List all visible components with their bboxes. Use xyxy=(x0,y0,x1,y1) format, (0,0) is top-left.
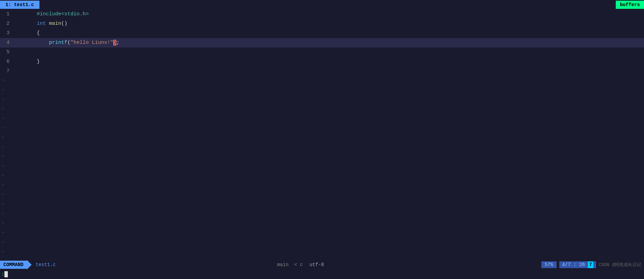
line-number-2: 2 xyxy=(0,19,10,29)
tilde-6: ~ xyxy=(0,124,644,133)
tilde-char-19: ~ xyxy=(0,247,4,257)
line-number-4: 4 xyxy=(0,38,10,48)
status-watermark: CSDN @阿然成长日记 xyxy=(599,262,644,268)
status-branch: main < c xyxy=(277,262,303,267)
tilde-char-5: ~ xyxy=(0,114,4,124)
code-line-2: 2 int main() xyxy=(0,19,644,29)
command-cursor[interactable] xyxy=(4,271,8,277)
editor-area: 1 #include<stdio.h> 2 int main() 3 { 4 p… xyxy=(0,10,644,260)
code-line-6: 6 } xyxy=(0,57,644,67)
status-filename: test1.c xyxy=(32,262,60,267)
command-line: : xyxy=(0,269,644,279)
tilde-char-10: ~ xyxy=(0,162,4,171)
tilde-char-3: ~ xyxy=(0,95,4,105)
token-funcname: main xyxy=(49,21,61,27)
buffers-badge[interactable]: buffers xyxy=(616,1,644,9)
tilde-3: ~ xyxy=(0,95,644,105)
line-number-5: 5 xyxy=(0,48,10,57)
token-printf: printf xyxy=(49,40,67,46)
tilde-char-1: ~ xyxy=(0,76,4,86)
tilde-char-11: ~ xyxy=(0,171,4,181)
code-line-7: 7 xyxy=(0,67,644,76)
tilde-char-8: ~ xyxy=(0,143,4,152)
tilde-char-16: ~ xyxy=(0,219,4,228)
line-number-3: 3 xyxy=(0,29,10,38)
token-indent xyxy=(37,40,49,46)
tilde-9: ~ xyxy=(0,152,644,162)
tilde-15: ~ xyxy=(0,209,644,219)
tilde-2: ~ xyxy=(0,86,644,95)
status-pos-text: 4/7 : 26 xyxy=(562,262,585,267)
token-semi: ; xyxy=(116,40,119,46)
line-number-7: 7 xyxy=(0,67,10,76)
token-brace-close: } xyxy=(37,59,40,65)
tab-bar: 1: test1.c buffers xyxy=(0,0,644,10)
status-percent: 57% xyxy=(541,261,557,268)
tilde-12: ~ xyxy=(0,181,644,190)
tilde-16: ~ xyxy=(0,219,644,228)
tilde-char-14: ~ xyxy=(0,200,4,209)
tilde-5: ~ xyxy=(0,114,644,124)
tilde-char-6: ~ xyxy=(0,124,4,133)
active-tab[interactable]: 1: test1.c xyxy=(0,1,39,9)
token-paren: () xyxy=(61,21,67,27)
token-open-paren: ( xyxy=(67,40,70,46)
tilde-19: ~ xyxy=(0,247,644,257)
tilde-11: ~ xyxy=(0,171,644,181)
status-branch-sep: < c xyxy=(294,262,303,267)
status-position: 4/7 : 26 7 xyxy=(559,261,596,268)
tilde-18: ~ xyxy=(0,238,644,247)
tilde-14: ~ xyxy=(0,200,644,209)
tilde-char-4: ~ xyxy=(0,105,4,114)
token-string: "hello Liunx!" xyxy=(70,40,113,46)
status-branch-name: main xyxy=(277,262,288,267)
status-right: 57% 4/7 : 26 7 CSDN @阿然成长日记 xyxy=(541,261,644,268)
tilde-20: ~ xyxy=(0,257,644,260)
tilde-char-18: ~ xyxy=(0,238,4,247)
status-mode-arrow xyxy=(27,260,32,269)
tilde-char-17: ~ xyxy=(0,228,4,238)
line-number-1: 1 xyxy=(0,10,10,19)
status-mode: COMMAND xyxy=(0,261,27,269)
tilde-10: ~ xyxy=(0,162,644,171)
tilde-17: ~ xyxy=(0,228,644,238)
line-content-6: } xyxy=(12,48,40,76)
tilde-char-12: ~ xyxy=(0,181,4,190)
tilde-1: ~ xyxy=(0,76,644,86)
tilde-char-9: ~ xyxy=(0,152,4,162)
tilde-char-7: ~ xyxy=(0,133,4,143)
status-center: main < c utf-8 xyxy=(60,262,541,267)
tilde-13: ~ xyxy=(0,190,644,200)
status-col: 7 xyxy=(588,261,593,268)
tilde-7: ~ xyxy=(0,133,644,143)
token-cursor-paren: ) xyxy=(113,40,116,46)
code-line-1: 1 #include<stdio.h> xyxy=(0,10,644,19)
tilde-char-2: ~ xyxy=(0,86,4,95)
code-content: 1 #include<stdio.h> 2 int main() 3 { 4 p… xyxy=(0,10,644,260)
line-number-6: 6 xyxy=(0,57,10,67)
tilde-char-13: ~ xyxy=(0,190,4,200)
status-bar: COMMAND test1.c main < c utf-8 57% 4/7 :… xyxy=(0,260,644,269)
tilde-char-20: ~ xyxy=(0,257,4,260)
tilde-char-15: ~ xyxy=(0,209,4,219)
status-encoding: utf-8 xyxy=(310,262,324,267)
tilde-8: ~ xyxy=(0,143,644,152)
command-prompt: : xyxy=(1,272,4,277)
tilde-4: ~ xyxy=(0,105,644,114)
code-line-4: 4 printf("hello Liunx!"); xyxy=(0,38,644,48)
